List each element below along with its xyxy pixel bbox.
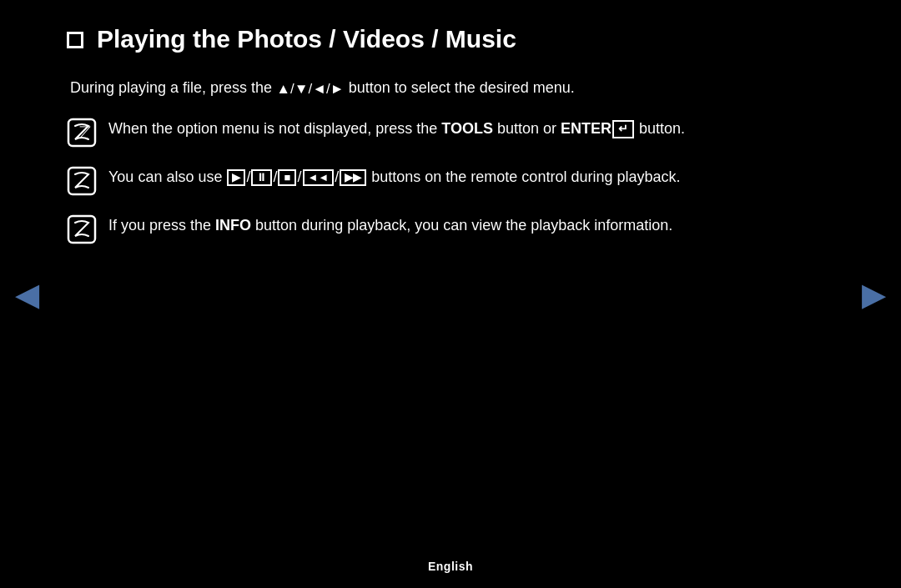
pause-button-icon: ⏸: [251, 169, 272, 186]
note-item-1: ℤ When the option menu is not displayed,…: [67, 118, 834, 148]
main-description: During playing a file, press the ▲/▼/◄/►…: [70, 77, 834, 99]
note-icon-1: ℤ: [67, 118, 97, 148]
tools-label: TOOLS: [441, 120, 493, 137]
nav-arrow-right[interactable]: ▶: [862, 276, 886, 313]
note-icon-3: [67, 214, 97, 244]
stop-button-icon: ■: [278, 169, 296, 186]
note-item-2: You can also use ▶/⏸/■/◄◄/▶▶ buttons on …: [67, 166, 834, 196]
directional-arrows: ▲/▼/◄/►: [276, 81, 344, 97]
nav-arrow-left[interactable]: ◀: [15, 276, 39, 313]
page-container: Playing the Photos / Videos / Music Duri…: [0, 0, 901, 588]
note-text-1: When the option menu is not displayed, p…: [108, 118, 834, 141]
fastforward-button-icon: ▶▶: [340, 169, 366, 186]
title-row: Playing the Photos / Videos / Music: [67, 25, 834, 53]
note-icon-2: [67, 166, 97, 196]
note-item-3: If you press the INFO button during play…: [67, 214, 834, 244]
play-button-icon: ▶: [227, 169, 245, 186]
enter-button-icon: ↵: [612, 120, 634, 138]
rewind-button-icon: ◄◄: [303, 169, 335, 186]
note-text-2: You can also use ▶/⏸/■/◄◄/▶▶ buttons on …: [108, 166, 834, 189]
info-label: INFO: [215, 217, 251, 234]
enter-label: ENTER↵: [561, 120, 635, 137]
note-text-3: If you press the INFO button during play…: [108, 214, 834, 238]
title-checkbox-icon: [67, 32, 83, 48]
footer-language: English: [428, 560, 473, 573]
page-title: Playing the Photos / Videos / Music: [97, 25, 516, 53]
